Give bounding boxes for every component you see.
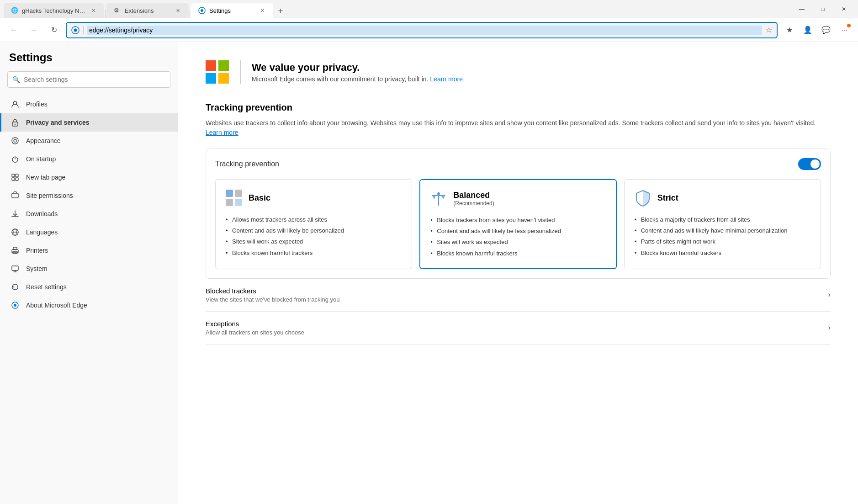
collections-button[interactable]: ★ [781, 22, 798, 38]
tracking-card-label: Tracking prevention [215, 160, 279, 168]
svg-rect-23 [226, 199, 233, 206]
microsoft-logo [206, 60, 229, 84]
tracking-toggle[interactable] [798, 158, 821, 170]
tab-close-ghacks[interactable]: ✕ [90, 7, 97, 14]
strict-features-list: Blocks a majority of trackers from all s… [634, 214, 811, 259]
exceptions-link[interactable]: Exceptions Allow all trackers on sites y… [206, 312, 831, 345]
search-settings-box[interactable]: 🔍 [7, 71, 170, 88]
sidebar-item-downloads[interactable]: Downloads [0, 205, 178, 223]
sidebar-item-label-about: About Microsoft Edge [26, 302, 87, 309]
svg-point-3 [74, 28, 77, 32]
nav-right-buttons: ★ 👤 💬 ··· [781, 22, 853, 38]
languages-icon [11, 228, 20, 237]
balanced-name-block: Balanced (Recommended) [453, 191, 494, 207]
balanced-feature-1: Blocks trackers from sites you haven't v… [429, 215, 606, 226]
strict-feature-2: Content and ads will likely have minimal… [634, 225, 811, 236]
close-button[interactable]: ✕ [833, 2, 854, 16]
basic-label: Basic [249, 193, 270, 203]
tab-separator-2 [190, 10, 190, 18]
tab-close-extensions[interactable]: ✕ [174, 7, 181, 14]
person-icon [11, 100, 20, 109]
ms-logo-green [218, 60, 229, 71]
svg-point-7 [12, 138, 18, 144]
tab-settings[interactable]: Settings ✕ [191, 3, 273, 18]
privacy-description: Microsoft Edge comes with our commitment… [252, 75, 463, 83]
tracking-card-header: Tracking prevention [215, 158, 821, 170]
sidebar-item-languages[interactable]: Languages [0, 223, 178, 241]
sidebar-item-startup[interactable]: On startup [0, 150, 178, 168]
system-icon [11, 264, 20, 273]
svg-rect-11 [12, 178, 15, 180]
sidebar-item-newtab[interactable]: New tab page [0, 168, 178, 186]
sidebar-item-label-siteperm: Site permissions [26, 192, 73, 199]
sidebar-item-profiles[interactable]: Profiles [0, 95, 178, 113]
sidebar-item-label-startup: On startup [26, 155, 56, 163]
appearance-icon [11, 136, 20, 145]
option-card-balanced[interactable]: Balanced (Recommended) Blocks trackers f… [419, 179, 616, 269]
strict-feature-4: Blocks known harmful trackers [634, 248, 811, 259]
sidebar-title: Settings [0, 51, 178, 71]
svg-rect-10 [16, 174, 18, 177]
strict-name-block: Strict [657, 193, 678, 203]
navigation-bar: ← → ↻ edge://settings/privacy ☆ ★ 👤 💬 ··… [0, 18, 858, 42]
svg-point-27 [437, 192, 440, 195]
option-card-basic[interactable]: Basic Allows most trackers across all si… [215, 179, 412, 269]
search-settings-input[interactable] [24, 76, 165, 83]
address-separator [83, 26, 84, 34]
blocked-trackers-text: Blocked trackers View the sites that we'… [206, 287, 339, 303]
forward-button[interactable]: → [26, 22, 42, 38]
back-button[interactable]: ← [5, 22, 22, 38]
maximize-button[interactable]: □ [812, 2, 833, 16]
browser-window: 🌐 gHacks Technology News ✕ ⚙ Extensions … [0, 0, 858, 504]
privacy-headline: We value your privacy. [252, 62, 463, 74]
profile-button[interactable]: 👤 [800, 22, 816, 38]
logo-divider [240, 60, 241, 84]
svg-point-6 [15, 124, 16, 125]
option-header-strict: Strict [634, 189, 811, 207]
exceptions-title: Exceptions [206, 320, 304, 328]
svg-rect-22 [235, 190, 242, 197]
exceptions-chevron-icon: › [828, 324, 831, 332]
sidebar-item-reset[interactable]: Reset settings [0, 278, 178, 296]
option-card-strict[interactable]: Strict Blocks a majority of trackers fro… [624, 179, 821, 269]
sidebar-item-label-system: System [26, 265, 48, 272]
tracking-section-title: Tracking prevention [206, 102, 831, 113]
settings-more-button[interactable]: ··· [836, 22, 853, 38]
tab-close-settings[interactable]: ✕ [259, 7, 266, 14]
power-icon [11, 154, 20, 164]
privacy-learn-more-link[interactable]: Learn more [430, 75, 463, 83]
tracking-learn-more-link[interactable]: Learn more [206, 129, 238, 136]
search-icon: 🔍 [12, 76, 20, 83]
feedback-button[interactable]: 💬 [818, 22, 834, 38]
svg-point-8 [14, 139, 16, 142]
minimize-button[interactable]: — [791, 2, 812, 16]
svg-point-1 [201, 9, 203, 12]
sidebar-item-label-reset: Reset settings [26, 283, 67, 291]
sidebar-item-appearance[interactable]: Appearance [0, 132, 178, 150]
address-text[interactable]: edge://settings/privacy [87, 26, 762, 35]
svg-point-20 [14, 304, 16, 307]
blocked-trackers-link[interactable]: Blocked trackers View the sites that we'… [206, 279, 831, 312]
address-bar[interactable]: edge://settings/privacy ☆ [66, 22, 778, 38]
balanced-features-list: Blocks trackers from sites you haven't v… [429, 215, 606, 259]
svg-rect-9 [12, 174, 15, 177]
new-tab-button[interactable]: + [273, 4, 288, 18]
sidebar-item-system[interactable]: System [0, 260, 178, 278]
sidebar-item-printers[interactable]: Printers [0, 241, 178, 260]
tracking-prevention-card: Tracking prevention [206, 149, 831, 279]
favorites-star-icon[interactable]: ☆ [766, 26, 772, 34]
basic-feature-2: Content and ads will likely be personali… [225, 225, 403, 236]
basic-feature-1: Allows most trackers across all sites [225, 214, 403, 225]
ms-logo-red [206, 60, 216, 71]
toggle-knob [810, 159, 820, 169]
sidebar-item-privacy[interactable]: Privacy and services [0, 113, 178, 132]
printers-icon [11, 246, 20, 255]
sidebar-item-about[interactable]: About Microsoft Edge [0, 296, 178, 314]
blocked-trackers-desc: View the sites that we've blocked from t… [206, 296, 339, 303]
svg-rect-21 [226, 190, 233, 197]
sidebar-item-siteperm[interactable]: Site permissions [0, 186, 178, 205]
refresh-button[interactable]: ↻ [46, 22, 62, 38]
exceptions-text: Exceptions Allow all trackers on sites y… [206, 320, 304, 336]
tab-ghacks[interactable]: 🌐 gHacks Technology News ✕ [4, 3, 104, 18]
tab-extensions[interactable]: ⚙ Extensions ✕ [106, 3, 189, 18]
